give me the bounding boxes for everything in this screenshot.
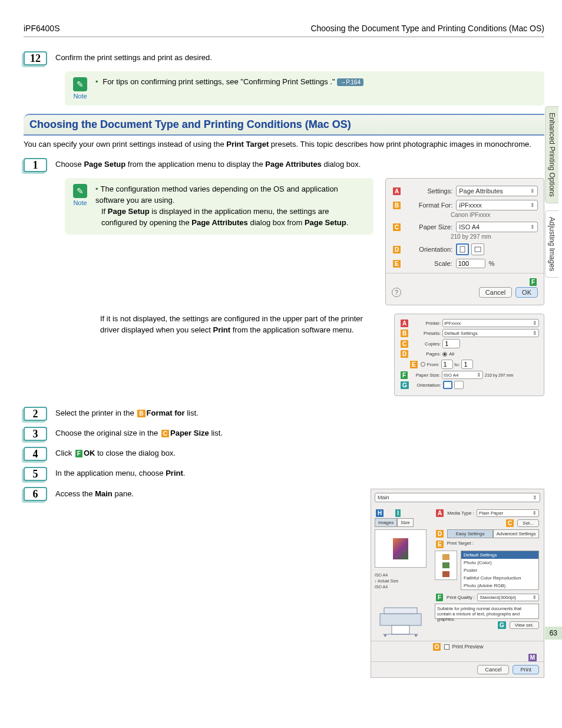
orientation-landscape-button[interactable] — [471, 243, 484, 255]
cancel-button[interactable]: Cancel — [479, 287, 512, 298]
target-photo-color[interactable]: Photo (Color) — [461, 559, 538, 566]
target-poster[interactable]: Poster — [461, 566, 538, 574]
print-quality-label: Print Quality : — [447, 595, 475, 600]
step-number-12: 12 — [24, 51, 47, 65]
marker-c: C — [393, 223, 401, 231]
printer-label: Printer: — [411, 321, 441, 326]
side-tab-enhanced[interactable]: Enhanced Printing Options — [545, 106, 558, 203]
paper-size-label: Paper Size: — [405, 223, 452, 230]
marker-o: O — [433, 643, 441, 651]
copies-input[interactable] — [442, 339, 460, 348]
print-dialog-top: APrinter:iPFxxxx⇕ BPresets:Default Setti… — [394, 314, 544, 396]
print-target-list[interactable]: Default Settings Photo (Color) Poster Fa… — [461, 551, 539, 590]
paper-dim: 210 by 297 mm — [485, 373, 513, 377]
target-adobe-rgb[interactable]: Photo (Adobe RGB) — [461, 582, 538, 589]
preview-image — [375, 529, 427, 568]
marker-b: B — [393, 202, 401, 209]
preview-info: ISO A4 ↕ Actual Size ISO A4 — [375, 572, 427, 589]
copies-label: Copies: — [411, 341, 441, 347]
orientation-portrait-button-2[interactable] — [443, 381, 452, 389]
printer-illustration — [375, 596, 427, 637]
marker-d2: D — [401, 350, 408, 358]
step-number-4: 4 — [24, 447, 47, 461]
paper-size-select-2[interactable]: ISO A4⇕ — [442, 371, 483, 379]
step1-note-line1: The configuration method varies dependin… — [95, 185, 338, 205]
target-faithful[interactable]: Faithful Color Reproduction — [461, 574, 538, 582]
marker-m: M — [528, 654, 537, 661]
scale-input[interactable] — [456, 259, 485, 268]
help-button[interactable]: ? — [392, 288, 401, 297]
print-button[interactable]: Print — [513, 665, 539, 674]
cancel-button-main[interactable]: Cancel — [477, 665, 509, 674]
svg-point-6 — [384, 634, 386, 637]
marker-c3: C — [506, 519, 514, 527]
step-5-text: In the application menu, choose Print. — [55, 467, 544, 477]
tip-text: For tips on confirming print settings, s… — [103, 77, 337, 86]
step-number-2: 2 — [24, 407, 47, 421]
step-number-5: 5 — [24, 467, 47, 481]
svg-rect-1 — [475, 247, 481, 252]
print-target-label: Print Target : — [447, 541, 474, 546]
format-for-select[interactable]: iPFxxxx⇕ — [456, 200, 538, 210]
from-input[interactable] — [441, 360, 453, 369]
step-3-text: Choose the original size in the CPaper S… — [55, 427, 544, 437]
main-select[interactable]: Main⇕ — [375, 493, 540, 502]
pages-all-label: All — [449, 351, 454, 357]
marker-f: F — [530, 278, 537, 286]
note-block-12: ✎ Note • For tips on confirming print se… — [65, 71, 544, 106]
set-button[interactable]: Set... — [517, 519, 539, 527]
header-breadcrumb: Choosing the Document Type and Printing … — [310, 24, 544, 33]
tab-easy-settings[interactable]: Easy Settings — [447, 529, 493, 538]
step-6-text: Access the Main pane. — [55, 489, 359, 500]
step1-note-line2: If Page Setup is displayed in the applic… — [95, 206, 365, 229]
target-default[interactable]: Default Settings — [461, 551, 538, 559]
ok-button[interactable]: OK — [515, 287, 538, 298]
marker-g2: G — [401, 381, 409, 389]
header-model: iPF6400S — [24, 24, 59, 33]
note-label: Note — [73, 199, 87, 206]
print-preview-label: Print Preview — [452, 644, 483, 650]
presets-select[interactable]: Default Settings⇕ — [442, 329, 539, 337]
paper-sub: 210 by 297 mm — [451, 233, 538, 240]
print-preview-checkbox[interactable] — [444, 644, 449, 650]
media-type-label: Media Type : — [447, 510, 474, 516]
page-attributes-dialog: A Settings: Page Attributes⇕ B Format Fo… — [385, 178, 544, 305]
intro-paragraph: You can specify your own print settings … — [24, 139, 544, 150]
paper-size-select[interactable]: ISO A4⇕ — [456, 222, 538, 232]
view-set-button[interactable]: View set. — [510, 621, 539, 629]
pages-label: Pages: — [411, 351, 441, 357]
marker-h: H — [376, 509, 384, 517]
bullet-icon: • — [95, 77, 98, 86]
to-label: to: — [455, 362, 460, 367]
step-4-text: Click FOK to close the dialog box. — [55, 447, 544, 457]
settings-select[interactable]: Page Attributes⇕ — [456, 186, 538, 196]
settings-label: Settings: — [405, 187, 452, 195]
marker-i: I — [395, 509, 401, 517]
pages-from-radio[interactable] — [421, 362, 425, 367]
page-number: 63 — [545, 627, 562, 640]
marker-d: D — [393, 246, 401, 253]
marker-f2: F — [401, 371, 408, 379]
tab-advanced-settings[interactable]: Advanced Settings — [493, 529, 539, 538]
pages-all-radio[interactable] — [442, 352, 447, 357]
step-2-text: Select the printer in the BFormat for li… — [55, 407, 544, 417]
orientation-portrait-button[interactable] — [456, 243, 469, 255]
print-quality-select[interactable]: Standard(300dpi)⇕ — [477, 594, 539, 601]
step-number-1: 1 — [24, 158, 47, 172]
letter-b: B — [137, 410, 145, 417]
page-ref-link[interactable]: →P.164 — [337, 78, 363, 86]
format-for-label: Format For: — [405, 202, 452, 209]
media-type-select[interactable]: Plain Paper⇕ — [477, 509, 539, 517]
to-input[interactable] — [461, 360, 473, 369]
tab-images[interactable]: Images — [375, 518, 397, 527]
from-label: From: — [427, 362, 439, 367]
orientation-landscape-button-2[interactable] — [454, 381, 464, 389]
printer-select[interactable]: iPFxxxx⇕ — [442, 319, 539, 327]
main-pane-dialog: Main⇕ H I Images Size — [371, 489, 544, 677]
note-label: Note — [73, 93, 87, 100]
letter-f: F — [75, 450, 82, 457]
side-tab-adjusting[interactable]: Adjusting Images — [545, 210, 558, 278]
orientation-label-2: Orientation: — [412, 383, 441, 388]
step-1-text: Choose Page Setup from the application m… — [55, 158, 544, 169]
tab-size[interactable]: Size — [397, 518, 414, 527]
